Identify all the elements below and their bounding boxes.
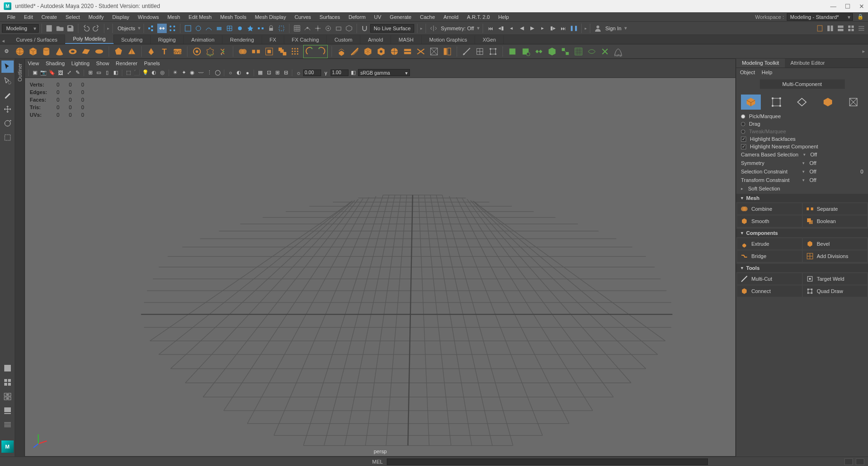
- vp-snap2-icon[interactable]: ⊞: [273, 69, 281, 77]
- shelf-scroll-right-icon[interactable]: ▸: [862, 48, 865, 54]
- menu-uv[interactable]: UV: [370, 12, 385, 22]
- highlight-selection-icon[interactable]: [277, 24, 286, 33]
- vp-wireframe-icon[interactable]: ⬚: [125, 69, 132, 77]
- sel-mask-render-icon[interactable]: [246, 24, 255, 33]
- toolbar-layout3-icon[interactable]: [846, 24, 856, 33]
- menu-arnold[interactable]: Arnold: [439, 12, 463, 22]
- multi-component-button[interactable]: Multi-Component: [760, 79, 845, 89]
- vp-menu-shading[interactable]: Shading: [46, 60, 65, 66]
- collapse-icon[interactable]: [415, 46, 426, 57]
- paint-select-tool-button[interactable]: [1, 89, 14, 101]
- menu-windows[interactable]: Windows: [134, 12, 163, 22]
- vp-grease-icon[interactable]: ✎: [74, 69, 81, 77]
- timeline-prev-frame-icon[interactable]: ◂: [507, 24, 516, 33]
- vp-shadows-icon[interactable]: ◐: [150, 69, 158, 77]
- section-components[interactable]: ▾Components: [736, 229, 868, 237]
- vp-light3-icon[interactable]: ●: [244, 69, 251, 77]
- toolbar-clipboard-icon[interactable]: [815, 24, 825, 33]
- shelf-tab-motion-graphics[interactable]: Motion Graphics: [422, 35, 475, 44]
- check-highlight-backfaces[interactable]: ✓Highlight Backfaces: [736, 135, 868, 143]
- sb-icon-2[interactable]: [856, 458, 864, 465]
- combine-icon[interactable]: [237, 46, 248, 57]
- green-tool7-icon[interactable]: [586, 46, 597, 57]
- vp-grid-icon[interactable]: ⊞: [86, 69, 94, 77]
- soft-selection-collapse[interactable]: ▸Soft Selection: [736, 184, 868, 193]
- live-surface-dropdown[interactable]: No Live Surface: [370, 24, 414, 33]
- shelf-tab-poly-modeling[interactable]: Poly Modeling: [65, 35, 113, 44]
- menu-edit-mesh[interactable]: Edit Mesh: [184, 12, 216, 22]
- select-by-hierarchy-icon[interactable]: [147, 24, 156, 33]
- poly-sphere-icon[interactable]: [14, 46, 26, 57]
- menu-help[interactable]: Help: [494, 12, 513, 22]
- shelf-options-icon[interactable]: ⚙: [3, 47, 10, 56]
- menu-mesh-display[interactable]: Mesh Display: [251, 12, 290, 22]
- viewport-canvas[interactable]: Verts:000 Edges:000 Faces:000 Tris:000 U…: [25, 78, 735, 456]
- green-tool8-icon[interactable]: [599, 46, 611, 57]
- lasso-tool-button[interactable]: [1, 75, 14, 87]
- command-line-input[interactable]: [387, 458, 708, 465]
- btn-combine[interactable]: Combine: [737, 203, 802, 215]
- poly-cone-icon[interactable]: [54, 46, 65, 57]
- menu-create[interactable]: Create: [37, 12, 61, 22]
- vp-menu-show[interactable]: Show: [96, 60, 110, 66]
- new-scene-icon[interactable]: [45, 24, 54, 33]
- layout-preset2-button[interactable]: [1, 405, 14, 417]
- timeline-prev-key-icon[interactable]: ◂▮: [496, 24, 506, 33]
- vp-bookmark-icon[interactable]: 🔖: [48, 69, 56, 77]
- mt-tool1-icon[interactable]: [461, 46, 472, 57]
- redo-icon[interactable]: [92, 24, 101, 33]
- shelf-tab-xgen[interactable]: XGen: [475, 35, 504, 44]
- workspace-dropdown[interactable]: Modeling - Standard*: [787, 13, 853, 21]
- vp-select-camera-icon[interactable]: ▣: [31, 69, 39, 77]
- maximize-button[interactable]: ☐: [845, 3, 851, 10]
- sel-mask-curve-icon[interactable]: [204, 24, 213, 33]
- poly-plane-icon[interactable]: [80, 46, 92, 57]
- vp-resgate-icon[interactable]: ▯: [103, 69, 111, 77]
- maya-home-icon[interactable]: M: [1, 440, 14, 453]
- menu-modify[interactable]: Modify: [84, 12, 108, 22]
- poly-cube-icon[interactable]: [27, 46, 39, 57]
- bevel-icon[interactable]: [349, 46, 360, 57]
- dd-camera-based-selection[interactable]: Camera Based Selection▾Off: [736, 150, 868, 159]
- menu-select[interactable]: Select: [61, 12, 85, 22]
- toolbar-layout2-icon[interactable]: [836, 24, 845, 33]
- btn-bridge[interactable]: Bridge: [737, 250, 802, 262]
- component-object-button[interactable]: [741, 95, 761, 110]
- radio-drag[interactable]: Drag: [736, 120, 868, 128]
- extrude-icon[interactable]: [336, 46, 347, 57]
- symmetry-icon[interactable]: [429, 24, 438, 33]
- btn-multi-cut[interactable]: Multi-Cut: [737, 273, 802, 285]
- vp-snap1-icon[interactable]: ⊡: [265, 69, 272, 77]
- menu-file[interactable]: File: [3, 12, 20, 22]
- vp-motion-blur-icon[interactable]: 〰: [197, 69, 204, 77]
- component-face-button[interactable]: [818, 95, 838, 110]
- dd-symmetry[interactable]: Symmetry▾Off: [736, 159, 868, 167]
- select-tool-button[interactable]: [1, 60, 14, 73]
- vp-menu-lighting[interactable]: Lighting: [71, 60, 90, 66]
- radio-tweak-marquee[interactable]: Tweak/Marquee: [736, 128, 868, 135]
- component-edge-button[interactable]: [792, 95, 812, 110]
- btn-add-divisions[interactable]: Add Divisions: [803, 250, 868, 262]
- menu-curves[interactable]: Curves: [290, 12, 315, 22]
- sel-mask-handle-icon[interactable]: [183, 24, 193, 33]
- signin-label[interactable]: Sign In: [604, 26, 623, 31]
- save-scene-icon[interactable]: [66, 24, 75, 33]
- shelf-tab-sculpting[interactable]: Sculpting: [114, 35, 151, 44]
- check-highlight-nearest[interactable]: ✓Highlight Nearest Component: [736, 143, 868, 150]
- sel-mask-misc-icon[interactable]: [256, 24, 265, 33]
- vp-light2-icon[interactable]: ◐: [235, 69, 243, 77]
- mt-tool3-icon[interactable]: [487, 46, 499, 57]
- layout-preset1-button[interactable]: [1, 390, 14, 403]
- mirror-icon[interactable]: [290, 46, 301, 57]
- vp-depth-of-field-icon[interactable]: ◯: [214, 69, 221, 77]
- rp-menu-help[interactable]: Help: [762, 69, 773, 75]
- outliner-collapsed-tab[interactable]: Outliner: [15, 59, 25, 457]
- component-uv-button[interactable]: [843, 95, 863, 110]
- poly-pipe-icon[interactable]: T: [159, 46, 170, 57]
- rp-menu-object[interactable]: Object: [740, 69, 755, 75]
- vp-filmgate-icon[interactable]: ▭: [95, 69, 102, 77]
- poly-superellipse-icon[interactable]: ×: [218, 46, 229, 57]
- menu-edit[interactable]: Edit: [20, 12, 37, 22]
- vp-xray-icon[interactable]: ☀: [171, 69, 179, 77]
- btn-bevel[interactable]: Bevel: [803, 238, 868, 250]
